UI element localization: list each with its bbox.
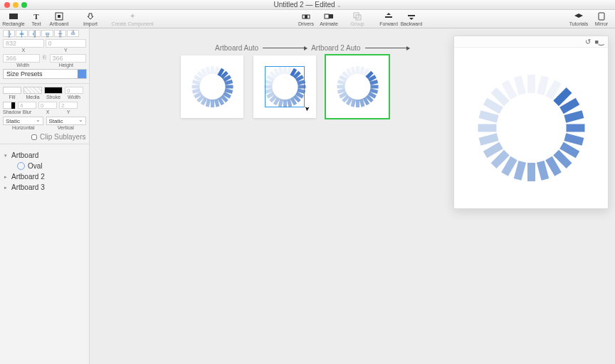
oval-icon [17,162,25,170]
artboard-tool[interactable]: Artboard [48,10,70,28]
x-field[interactable]: 832 [3,39,44,48]
backward-button[interactable]: Backward [401,10,422,28]
shadow-label: Shadow [3,109,16,114]
window-titlebar: Untitled 2 — Edited⌄ [0,0,615,10]
tutorials-button[interactable]: Tutorials [568,10,589,28]
preview-camera-icon[interactable]: ■‿ [595,38,604,46]
layer-artboard[interactable]: ▾Artboard [3,150,86,161]
stroke-swatch[interactable] [44,87,63,94]
svg-rect-6 [329,14,333,18]
shadow-swatch[interactable] [3,102,16,109]
align-bottom[interactable]: ╩ [67,30,79,37]
align-hcenter[interactable]: ╪ [16,30,28,37]
minimize-window[interactable] [13,2,19,8]
height-field[interactable]: 366 [50,54,87,63]
create-component-button[interactable]: ✦Create Component [115,10,149,28]
shadow-x-field[interactable]: 0 [38,102,57,109]
media-swatch[interactable] [23,87,42,94]
window-title[interactable]: Untitled 2 — Edited⌄ [273,1,341,9]
svg-rect-9 [385,16,392,18]
size-presets-dropdown[interactable]: Size Presets [3,69,87,79]
layer-artboard3[interactable]: ▸Artboard 3 [3,182,86,193]
layer-artboard2[interactable]: ▸Artboard 2 [3,171,86,182]
preview-panel: ↺ ■‿ [453,36,609,209]
main-toolbar: Rectangle TText Artboard Import ✦Create … [0,10,615,28]
artboard1-label: Artboard Auto [215,44,258,52]
align-controls: ╠ ╪ ╣ ╦ ╫ ╩ [3,30,86,37]
layer-oval[interactable]: Oval [3,161,86,171]
svg-rect-2 [58,15,61,18]
mirror-button[interactable]: Mirror [591,10,612,28]
align-left[interactable]: ╠ [3,30,15,37]
zoom-window[interactable] [21,2,27,8]
clip-sublayers-checkbox[interactable]: Clip Sublayers [3,133,86,141]
arrow-icon [263,48,307,48]
blur-field[interactable]: 4 [18,102,36,109]
y-label: Y [46,48,87,53]
svg-rect-5 [325,14,329,18]
svg-rect-10 [408,15,415,16]
artboard-thumb-2[interactable] [253,55,316,118]
vertical-label: Vertical [46,125,87,130]
transition-labels: Artboard Auto Artboard 2 Auto [215,44,409,52]
artboard-thumb-1[interactable] [181,55,243,118]
artboard2-label: Artboard 2 Auto [311,44,361,52]
align-vcenter[interactable]: ╫ [54,30,66,37]
artboard-thumb-3[interactable] [326,55,389,118]
inspector-panel: ╠ ╪ ╣ ╦ ╫ ╩ 832 0 XY 366 ⎗ 366 WidthHeig… [0,28,90,364]
x-label: X [3,48,44,53]
forward-button[interactable]: Forward [378,10,399,28]
text-tool[interactable]: TText [26,10,47,28]
import-button[interactable]: Import [80,10,101,28]
drivers-button[interactable]: Drivers [295,10,317,28]
height-label: Height [46,63,87,68]
shadow-y-field[interactable]: 2 [59,102,78,109]
blur-label: Blur [18,109,36,114]
group-button[interactable]: Group [347,10,368,28]
width-field[interactable]: 366 [3,54,40,63]
animate-button[interactable]: Animate [318,10,340,28]
layers-panel: ▾Artboard Oval ▸Artboard 2 ▸Artboard 3 [3,150,86,193]
lock-aspect[interactable]: ⎗ [41,54,48,63]
close-window[interactable] [4,2,10,8]
vertical-constraint[interactable]: Static [46,117,87,125]
stroke-label: Stroke [44,95,63,100]
traffic-lights [0,2,27,8]
horizontal-constraint[interactable]: Static [3,117,43,125]
align-top[interactable]: ╦ [41,30,53,37]
align-right[interactable]: ╣ [28,30,41,37]
sy-label: Y [59,109,78,114]
preview-reload-icon[interactable]: ↺ [585,38,591,46]
fill-swatch[interactable] [3,87,21,94]
strokew-label: Width [65,95,83,100]
width-label: Width [3,63,43,68]
y-field[interactable]: 0 [46,39,87,48]
stroke-width-field[interactable]: 0 [65,87,83,94]
horizontal-label: Horizontal [3,125,44,130]
svg-rect-11 [599,13,604,20]
svg-rect-4 [305,15,308,18]
fill-label: Fill [3,95,21,100]
rectangle-tool[interactable]: Rectangle [3,10,24,28]
sx-label: X [38,109,57,114]
media-label: Media [23,95,42,100]
arrow-icon [365,48,409,48]
svg-rect-0 [9,14,18,19]
